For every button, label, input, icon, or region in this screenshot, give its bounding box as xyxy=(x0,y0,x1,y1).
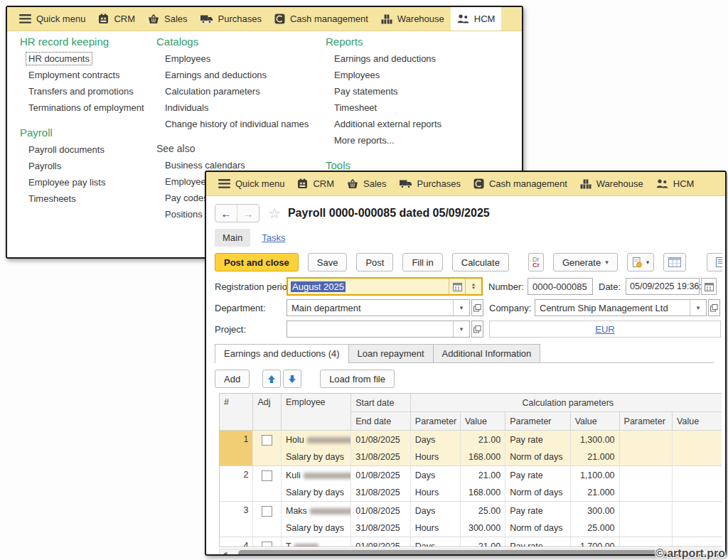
home-link-additional-external-reports[interactable]: Additional external reports xyxy=(326,119,441,129)
col-header-parameter[interactable]: Parameter xyxy=(620,412,673,431)
adj-checkbox[interactable] xyxy=(262,435,272,446)
home-link-earnings-and-deductions[interactable]: Earnings and deductions xyxy=(326,54,441,64)
open-project-icon[interactable] xyxy=(471,321,483,338)
table-row-subline[interactable]: Salary by days31/08/2025Hours168.000Norm… xyxy=(220,484,722,502)
home-link-payroll-documents[interactable]: Payroll documents xyxy=(20,145,144,155)
table-row-subline[interactable]: Salary by days31/08/2025Hours168.000Norm… xyxy=(220,448,722,466)
table-row[interactable]: 2Kuli01/08/2025Days21.00Pay rate1,100.00 xyxy=(220,466,722,484)
back-arrow-icon[interactable]: ← xyxy=(215,205,237,222)
home-link-employees[interactable]: Employees xyxy=(326,70,441,80)
chevron-down-icon[interactable]: ▾ xyxy=(453,300,469,316)
col-header-adj[interactable]: Adj xyxy=(253,394,282,431)
adj-checkbox-cell[interactable] xyxy=(253,431,282,466)
adj-checkbox[interactable] xyxy=(262,470,272,481)
menu-item-sales[interactable]: Sales xyxy=(141,7,194,31)
adj-checkbox-cell[interactable] xyxy=(253,537,282,547)
home-link-employee-pay-lists[interactable]: Employee pay lists xyxy=(20,178,144,188)
col-header-value[interactable]: Value xyxy=(673,412,722,431)
chevron-down-icon[interactable]: ▾ xyxy=(690,300,706,316)
menu-item-quick-menu[interactable]: Quick menu xyxy=(13,7,92,31)
menu-item-crm[interactable]: CRM xyxy=(92,7,141,31)
grid-view-button[interactable] xyxy=(663,253,686,271)
adj-checkbox-cell[interactable] xyxy=(253,502,282,537)
table-row[interactable]: 1Holu01/08/2025Days21.00Pay rate1,300.00 xyxy=(220,431,722,448)
load-from-file-button[interactable]: Load from file xyxy=(320,370,395,388)
table-row[interactable]: 3Maks01/08/2025Days25.00Pay rate300.00 xyxy=(220,502,722,519)
save-button[interactable]: Save xyxy=(308,253,348,271)
home-link-earnings-and-deductions[interactable]: Earnings and deductions xyxy=(156,70,309,80)
tab-loan-repayment[interactable]: Loan repayment xyxy=(348,344,434,362)
dr-cr-postings-button[interactable]: Dr Cr xyxy=(528,253,544,271)
home-link-terminations-of-employment[interactable]: Terminations of employment xyxy=(20,103,144,113)
home-link-pay-statements[interactable]: Pay statements xyxy=(326,87,441,97)
tab-main[interactable]: Main xyxy=(215,229,250,247)
home-link-more-reports[interactable]: More reports... xyxy=(326,136,441,146)
home-link-employment-contracts[interactable]: Employment contracts xyxy=(20,70,144,80)
post-button[interactable]: Post xyxy=(356,253,393,271)
menu-item-purchases[interactable]: Purchases xyxy=(194,7,268,31)
move-up-button[interactable] xyxy=(262,370,281,388)
fill-in-button[interactable]: Fill in xyxy=(402,253,442,271)
registration-period-field[interactable]: August 2025 ▲▼ xyxy=(287,277,483,296)
menu-item-cash-management[interactable]: Cash management xyxy=(467,172,574,195)
project-field[interactable]: ▾ xyxy=(287,321,470,338)
col-header-num[interactable]: # xyxy=(220,394,253,431)
calendar-icon[interactable] xyxy=(449,279,465,294)
table-row-subline[interactable]: Salary by days31/08/2025Hours300.000Norm… xyxy=(220,519,722,537)
menu-item-cash-management[interactable]: Cash management xyxy=(268,7,375,31)
home-link-hr-documents[interactable]: HR documents xyxy=(20,54,144,64)
col-header-parameter[interactable]: Parameter xyxy=(505,412,571,431)
home-link-change-history-of-individual-names[interactable]: Change history of individual names xyxy=(156,119,309,129)
col-header-end-date[interactable]: End date xyxy=(351,412,411,431)
favorite-star-icon[interactable]: ☆ xyxy=(268,205,281,222)
home-link-calculation-parameters[interactable]: Calculation parameters xyxy=(156,87,309,97)
adj-checkbox[interactable] xyxy=(262,506,272,517)
tab-additional-information[interactable]: Additional Information xyxy=(433,344,541,362)
currency-link[interactable]: EUR xyxy=(595,324,614,335)
calculate-button[interactable]: Calculate xyxy=(452,253,509,271)
col-header-value[interactable]: Value xyxy=(461,412,505,431)
adj-checkbox[interactable] xyxy=(262,542,272,547)
col-header-start-date[interactable]: Start date xyxy=(351,394,411,412)
table-row[interactable]: 4T01/08/2025Days21.00Pay rate1,700.00 xyxy=(220,537,722,547)
move-down-button[interactable] xyxy=(283,370,301,388)
post-and-close-button[interactable]: Post and close xyxy=(215,253,299,271)
tab-earnings-and-deductions[interactable]: Earnings and deductions (4) xyxy=(215,344,349,363)
home-link-employees[interactable]: Employees xyxy=(156,54,309,64)
col-header-employee[interactable]: Employee xyxy=(282,394,351,431)
scrollbar-thumb[interactable] xyxy=(238,550,667,556)
menu-item-hcm[interactable]: HCM xyxy=(451,7,502,31)
tab-tasks[interactable]: Tasks xyxy=(262,229,285,247)
date-calendar-button[interactable] xyxy=(701,278,717,295)
adj-checkbox-cell[interactable] xyxy=(253,466,282,502)
generate-dropdown-button[interactable]: Generate ▾ xyxy=(553,253,618,271)
menu-item-crm[interactable]: CRM xyxy=(291,172,341,195)
home-link-transfers-and-promotions[interactable]: Transfers and promotions xyxy=(20,87,144,97)
menu-item-hcm[interactable]: HCM xyxy=(650,172,701,195)
scroll-left-icon[interactable]: ◀ xyxy=(223,549,227,556)
related-documents-button[interactable]: Related documents xyxy=(707,253,722,271)
menu-item-purchases[interactable]: Purchases xyxy=(393,172,467,195)
col-header-value[interactable]: Value xyxy=(571,412,620,431)
add-button[interactable]: Add xyxy=(215,370,250,388)
home-link-business-calendars[interactable]: Business calendars xyxy=(156,161,309,171)
number-field[interactable]: 0000-000085 xyxy=(528,278,593,295)
open-company-icon[interactable] xyxy=(708,299,720,316)
col-header-parameter[interactable]: Parameter xyxy=(411,412,461,431)
print-form-dropdown-button[interactable]: ▾ xyxy=(627,253,655,271)
menu-item-warehouse[interactable]: Warehouse xyxy=(375,7,451,31)
forward-arrow-icon[interactable]: → xyxy=(237,205,259,222)
horizontal-scrollbar[interactable]: ◀ xyxy=(219,549,722,556)
open-department-icon[interactable] xyxy=(471,299,483,316)
department-field[interactable]: Main department ▾ xyxy=(287,299,470,316)
home-link-individuals[interactable]: Individuals xyxy=(156,103,309,113)
chevron-down-icon[interactable]: ▾ xyxy=(453,321,469,337)
date-field[interactable]: 05/09/2025 19:36:43 xyxy=(626,278,700,295)
home-link-payrolls[interactable]: Payrolls xyxy=(20,161,144,171)
menu-item-warehouse[interactable]: Warehouse xyxy=(574,172,650,195)
home-link-timesheets[interactable]: Timesheets xyxy=(20,194,144,204)
menu-item-sales[interactable]: Sales xyxy=(341,172,393,195)
company-field[interactable]: Centrum Ship Management Ltd ▾ xyxy=(535,299,707,316)
home-link-timesheet[interactable]: Timesheet xyxy=(326,103,441,113)
period-spinner[interactable]: ▲▼ xyxy=(465,279,481,294)
